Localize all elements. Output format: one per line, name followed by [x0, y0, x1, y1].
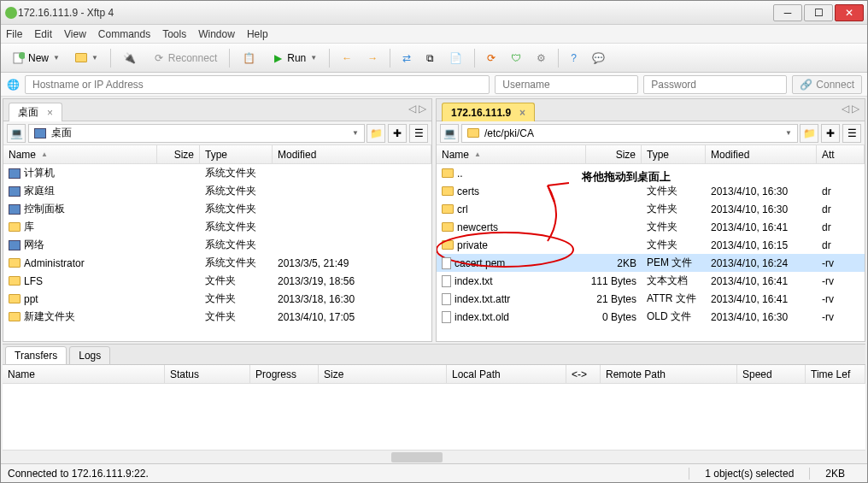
file-icon	[442, 293, 451, 305]
up-button[interactable]: 📁	[367, 124, 385, 143]
host-input[interactable]	[25, 75, 490, 94]
hdr-type[interactable]: Type	[642, 145, 706, 163]
transfers-headers: Name Status Progress Size Local Path <->…	[3, 365, 865, 384]
path-dropdown[interactable]: ▼	[352, 129, 359, 137]
file-icon	[442, 311, 451, 323]
thdr-size[interactable]: Size	[319, 365, 447, 383]
close-icon[interactable]: ×	[47, 107, 53, 119]
refresh-button[interactable]: ⟳	[481, 48, 501, 68]
menu-file[interactable]: File	[6, 28, 22, 40]
right-pathrow: 💻 /etc/pki/CA ▼ 📁 ✚ ☰	[437, 121, 865, 145]
newfolder-button[interactable]: ✚	[821, 124, 840, 143]
right-tab-nav[interactable]: ◁ ▷	[842, 103, 859, 115]
list-item[interactable]: LFS 文件夹 2013/3/19, 18:56	[3, 272, 431, 290]
thdr-timeleft[interactable]: Time Lef	[806, 365, 865, 383]
list-item[interactable]: 库 系统文件夹	[3, 218, 431, 236]
username-input[interactable]	[495, 75, 638, 94]
view-button[interactable]: ☰	[842, 124, 861, 143]
thdr-name[interactable]: Name	[3, 365, 165, 383]
tab-transfers[interactable]: Transfers	[5, 346, 67, 365]
path-dropdown[interactable]: ▼	[785, 129, 792, 137]
file-type: 系统文件夹	[200, 256, 273, 270]
up-button[interactable]: 📁	[800, 124, 818, 143]
menu-edit[interactable]: Edit	[34, 28, 52, 40]
left-tab[interactable]: 桌面×	[9, 103, 62, 121]
disconnect-button[interactable]: 🔌	[117, 48, 143, 68]
back-button[interactable]: ←	[336, 48, 358, 68]
drive-button[interactable]: 💻	[7, 124, 26, 143]
connect-button[interactable]: 🔗Connect	[792, 75, 862, 94]
status-selection: 1 object(s) selected	[689, 468, 809, 480]
list-item[interactable]: Administrator 系统文件夹 2013/3/5, 21:49	[3, 254, 431, 272]
thdr-remotepath[interactable]: Remote Path	[601, 365, 737, 383]
connect-icon: 🔗	[800, 79, 812, 91]
sync-button[interactable]: ⇄	[396, 48, 417, 68]
paste-button[interactable]: 📄	[443, 48, 468, 68]
settings-button[interactable]: ⚙	[531, 48, 552, 68]
left-tabrow: 桌面× ◁ ▷	[3, 99, 431, 121]
maximize-button[interactable]: ☐	[804, 4, 833, 21]
copy-button[interactable]: ⧉	[420, 48, 440, 68]
tab-logs[interactable]: Logs	[69, 346, 110, 365]
hdr-name[interactable]: Name ▲	[437, 145, 586, 163]
run-button[interactable]: ▶Run▼	[265, 48, 323, 68]
panes-container: 桌面× ◁ ▷ 💻 桌面 ▼ 📁 ✚ ☰ Name ▲ Size Type Mo…	[1, 97, 867, 344]
left-pathrow: 💻 桌面 ▼ 📁 ✚ ☰	[3, 121, 431, 145]
new-button[interactable]: New▼	[6, 48, 66, 68]
transfers-body[interactable]	[3, 384, 865, 450]
sessions-button[interactable]: 📋	[236, 48, 261, 68]
menu-tools[interactable]: Tools	[162, 28, 186, 40]
hdr-name[interactable]: Name ▲	[3, 145, 157, 163]
thdr-speed[interactable]: Speed	[737, 365, 806, 383]
list-item[interactable]: 控制面板 系统文件夹	[3, 200, 431, 218]
right-tab-label: 172.16.111.9	[451, 107, 511, 119]
minimize-button[interactable]: ─	[773, 4, 802, 21]
left-filelist[interactable]: 计算机 系统文件夹 家庭组 系统文件夹 控制面板 系统文件夹 库 系统文件夹 网…	[3, 164, 431, 341]
menu-commands[interactable]: Commands	[98, 28, 150, 40]
hdr-type[interactable]: Type	[200, 145, 273, 163]
scrollbar-thumb[interactable]	[391, 452, 443, 462]
drive-button[interactable]: 💻	[440, 124, 459, 143]
hdr-size[interactable]: Size	[157, 145, 200, 163]
menu-help[interactable]: Help	[247, 28, 268, 40]
hdr-modified[interactable]: Modified	[273, 145, 431, 163]
left-path-input[interactable]: 桌面	[28, 124, 365, 143]
thdr-localpath[interactable]: Local Path	[447, 365, 566, 383]
forward-button[interactable]: →	[361, 48, 384, 68]
reconnect-button[interactable]: ⟳Reconnect	[146, 48, 223, 68]
left-tab-nav[interactable]: ◁ ▷	[408, 103, 426, 115]
list-item[interactable]: 网络 系统文件夹	[3, 236, 431, 254]
chat-button[interactable]: 💬	[586, 48, 611, 68]
help-button[interactable]: ?	[565, 48, 583, 68]
list-item[interactable]: 新建文件夹 文件夹 2013/4/10, 17:05	[3, 308, 431, 326]
file-type: 系统文件夹	[200, 166, 273, 180]
menu-window[interactable]: Window	[198, 28, 235, 40]
list-item[interactable]: ppt 文件夹 2013/3/18, 16:30	[3, 290, 431, 308]
thdr-status[interactable]: Status	[165, 365, 250, 383]
gear-icon: ⚙	[537, 52, 546, 64]
reconnect-label: Reconnect	[168, 52, 217, 64]
thdr-arrow[interactable]: <->	[566, 365, 601, 383]
list-item[interactable]: 家庭组 系统文件夹	[3, 182, 431, 200]
thdr-progress[interactable]: Progress	[250, 365, 319, 383]
h-scrollbar[interactable]	[3, 450, 865, 463]
right-filelist[interactable]: 将他拖动到桌面上 .. certs 文件夹 2013/4/10, 16:30 d…	[437, 164, 865, 341]
list-item[interactable]: 计算机 系统文件夹	[3, 164, 431, 182]
shield-button[interactable]: 🛡	[505, 48, 527, 68]
password-input[interactable]	[643, 75, 787, 94]
menu-view[interactable]: View	[64, 28, 86, 40]
right-tab[interactable]: 172.16.111.9×	[442, 103, 535, 121]
right-path-input[interactable]: /etc/pki/CA	[461, 124, 798, 143]
folder-icon	[467, 128, 479, 138]
computer-icon	[9, 186, 21, 197]
close-button[interactable]: ✕	[835, 4, 864, 21]
open-button[interactable]: ▼	[69, 48, 104, 68]
hdr-att[interactable]: Att	[817, 145, 865, 163]
svg-point-0	[5, 7, 17, 19]
file-type: 文件夹	[200, 309, 273, 324]
view-button[interactable]: ☰	[409, 124, 428, 143]
close-icon[interactable]: ×	[519, 107, 525, 119]
newfolder-button[interactable]: ✚	[388, 124, 407, 143]
hdr-modified[interactable]: Modified	[706, 145, 817, 163]
hdr-size[interactable]: Size	[586, 145, 642, 163]
